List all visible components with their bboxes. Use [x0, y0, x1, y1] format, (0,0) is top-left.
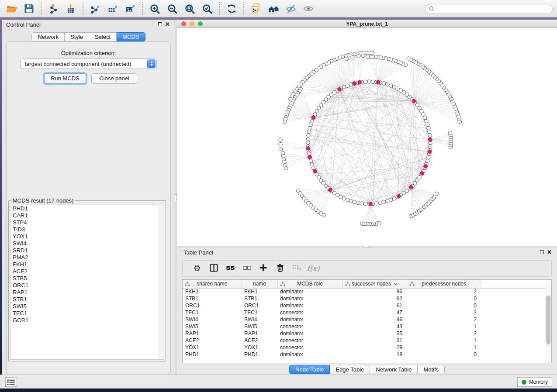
export-network-button[interactable] — [86, 1, 104, 16]
table-cell[interactable]: 0 — [407, 295, 481, 302]
table-row[interactable]: FKH1FKH1dominator962 — [183, 288, 547, 295]
open-file-button[interactable] — [3, 1, 20, 16]
column-header-successor-nodes[interactable]: successor nodes — [343, 280, 407, 288]
column-header-predecessor-nodes[interactable]: predecessor nodes — [407, 280, 481, 288]
table-cell[interactable]: TEC1 — [242, 309, 277, 316]
table-row[interactable]: ORC1ORC1dominator610 — [183, 302, 547, 309]
tab-select[interactable]: Select — [89, 32, 117, 41]
save-session-button[interactable] — [20, 1, 38, 16]
table-cell[interactable]: SWI4 — [183, 316, 242, 323]
table-cell[interactable]: 1 — [407, 323, 481, 330]
float-table-panel-icon[interactable] — [540, 250, 544, 254]
network-titlebar[interactable]: YPA_prune.txt_1 — [177, 20, 557, 28]
mcds-result-item[interactable]: TID3 — [10, 226, 164, 233]
table-cell[interactable]: connector — [277, 344, 343, 351]
tab-motifs[interactable]: Motifs — [418, 365, 445, 374]
table-cell[interactable]: dominator — [277, 351, 343, 358]
show-panels-button[interactable] — [5, 377, 17, 387]
table-cell[interactable]: dominator — [277, 316, 343, 323]
mcds-result-item[interactable]: SWI4 — [10, 240, 164, 247]
table-cell[interactable]: ORC1 — [242, 302, 277, 309]
table-row[interactable]: STB1STB1dominator620 — [183, 295, 547, 302]
table-cell[interactable]: 2 — [407, 309, 481, 316]
table-cell[interactable]: 1 — [407, 337, 481, 344]
table-cell[interactable]: STB1 — [183, 295, 242, 302]
export-image-button[interactable] — [121, 1, 139, 16]
mcds-result-item[interactable]: PHD1 — [10, 205, 164, 212]
add-column-button[interactable] — [255, 262, 272, 275]
table-cell[interactable]: YOX1 — [183, 344, 242, 351]
mcds-result-item[interactable]: STP4 — [10, 219, 164, 226]
table-cell[interactable]: ORC1 — [183, 302, 242, 309]
table-cell[interactable]: 96 — [343, 288, 407, 295]
table-cell[interactable]: 43 — [343, 323, 407, 330]
close-table-panel-icon[interactable]: ✕ — [547, 250, 552, 254]
table-cell[interactable]: 46 — [343, 316, 407, 323]
zoom-selected-button[interactable] — [198, 1, 216, 16]
result-list-scrollbar[interactable] — [159, 205, 164, 359]
share-document-button[interactable] — [247, 1, 265, 16]
zoom-fit-button[interactable] — [181, 1, 198, 16]
mcds-result-item[interactable]: CAR1 — [10, 212, 164, 219]
table-row[interactable]: ACE2ACE2connector311 — [183, 337, 547, 344]
zoom-in-button[interactable] — [146, 1, 163, 16]
table-cell[interactable]: connector — [277, 323, 343, 330]
column-header-name[interactable]: name — [242, 280, 277, 288]
zoom-out-button[interactable] — [163, 1, 181, 16]
table-cell[interactable]: RAP1 — [242, 330, 277, 337]
import-table-button[interactable] — [62, 1, 80, 16]
table-cell[interactable]: TEC1 — [183, 309, 242, 316]
table-row[interactable]: YOX1YOX1connector291 — [183, 344, 547, 351]
network-view[interactable] — [177, 28, 557, 246]
mcds-result-item[interactable]: TEC1 — [10, 310, 164, 317]
mcds-result-item[interactable]: YOX1 — [10, 233, 164, 240]
table-cell[interactable]: SWI4 — [242, 316, 277, 323]
mcds-result-item[interactable]: ACE2 — [10, 268, 164, 275]
table-row[interactable]: SWI4SWI4dominator462 — [183, 316, 547, 323]
table-cell[interactable]: SWI5 — [242, 323, 277, 330]
mcds-result-item[interactable]: ORC1 — [10, 282, 164, 289]
mcds-result-item[interactable]: SWI5 — [10, 303, 164, 310]
search-input[interactable] — [437, 6, 552, 12]
close-panel-button[interactable]: Close panel — [91, 73, 137, 84]
table-cell[interactable]: 47 — [343, 309, 407, 316]
hide-selected-button[interactable] — [282, 1, 300, 16]
table-cell[interactable]: SWI5 — [183, 323, 242, 330]
tab-network-table[interactable]: Network Table — [370, 365, 418, 374]
mcds-result-item[interactable]: RAP1 — [10, 289, 164, 296]
table-cell[interactable]: ACE2 — [183, 337, 242, 344]
column-header-shared-name[interactable]: shared name — [183, 280, 242, 288]
mcds-result-item[interactable]: GCR1 — [10, 317, 164, 324]
tab-network[interactable]: Network — [31, 32, 65, 41]
table-cell[interactable]: dominator — [277, 288, 343, 295]
table-scrollbar-thumb[interactable] — [546, 296, 550, 344]
run-mcds-button[interactable]: Run MCDS — [44, 73, 86, 84]
table-cell[interactable]: RAP1 — [183, 330, 242, 337]
mcds-result-list[interactable]: PHD1CAR1STP4TID3YOX1SWI4SRD1PMA2FKH1ACE2… — [10, 205, 164, 360]
mcds-result-item[interactable]: SRD1 — [10, 247, 164, 254]
tab-mcds[interactable]: MCDS — [117, 32, 145, 41]
column-header-MCDS-role[interactable]: MCDS role — [277, 280, 343, 288]
table-cell[interactable]: FKH1 — [242, 288, 277, 295]
tab-style[interactable]: Style — [65, 32, 89, 41]
table-cell[interactable]: 18 — [343, 351, 407, 358]
table-cell[interactable]: ACE2 — [242, 337, 277, 344]
mcds-result-item[interactable]: STB1 — [10, 296, 164, 303]
table-cell[interactable]: 61 — [343, 302, 407, 309]
table-cell[interactable]: PHD1 — [242, 351, 277, 358]
table-cell[interactable]: connector — [277, 337, 343, 344]
table-scrollbar[interactable] — [545, 280, 551, 363]
table-cell[interactable]: 2 — [407, 316, 481, 323]
select-all-button[interactable] — [222, 262, 239, 275]
split-view-button[interactable] — [205, 262, 222, 275]
table-cell[interactable]: 31 — [343, 337, 407, 344]
table-cell[interactable]: 29 — [343, 344, 407, 351]
float-panel-icon[interactable] — [158, 22, 162, 26]
close-panel-icon[interactable]: ✕ — [165, 22, 170, 26]
table-cell[interactable]: STB1 — [242, 295, 277, 302]
table-cell[interactable]: 2 — [407, 288, 481, 295]
first-neighbors-button[interactable] — [265, 1, 282, 16]
criterion-dropdown[interactable]: largest connected component (undirected) — [20, 58, 157, 69]
tab-node-table[interactable]: Node Table — [289, 365, 330, 374]
delete-column-button[interactable] — [272, 262, 288, 275]
